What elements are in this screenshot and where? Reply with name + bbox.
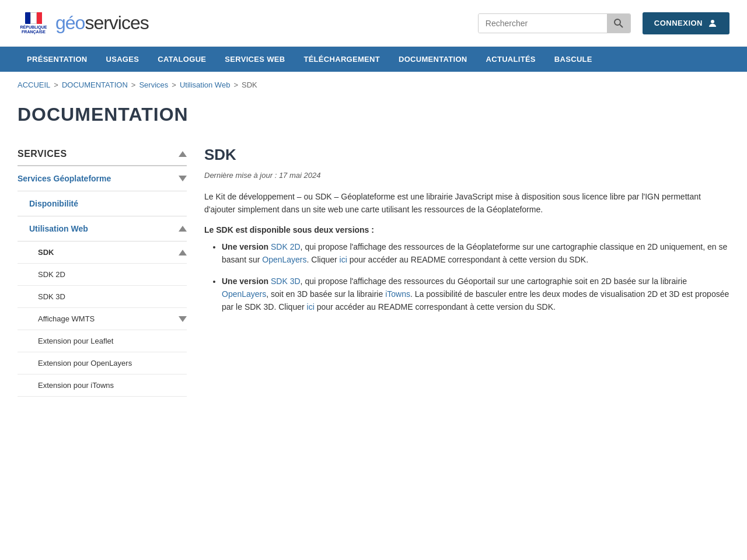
sidebar-item-wmts-label: Affichage WMTS (38, 314, 95, 323)
version-sdk3d: Une version SDK 3D, qui propose l'affich… (222, 275, 729, 314)
sdk2d-link[interactable]: SDK 2D (271, 242, 301, 251)
breadcrumb: ACCUEIL > DOCUMENTATION > Services > Uti… (0, 72, 747, 98)
sidebar-section-header[interactable]: SERVICES (18, 143, 187, 166)
ici-link-2[interactable]: ici (307, 302, 315, 312)
header: RÉPUBLIQUE FRANÇAISE géoservices CONNEXI… (0, 0, 747, 47)
republique-francaise-logo: RÉPUBLIQUE FRANÇAISE (18, 7, 50, 39)
svg-point-2 (711, 20, 714, 23)
chevron-down-icon-2 (179, 316, 187, 322)
breadcrumb-current: SDK (242, 80, 257, 89)
connexion-label: CONNEXION (654, 19, 703, 27)
breadcrumb-sep-4: > (233, 80, 238, 89)
logo-services-text: services (85, 12, 148, 33)
nav-presentation[interactable]: PRÉSENTATION (18, 47, 97, 72)
sidebar-item-utilisation-web-label: Utilisation Web (29, 224, 88, 233)
sidebar-item-disponibilite-label: Disponibilité (29, 199, 78, 208)
svg-line-1 (620, 24, 623, 27)
last-update: Dernière mise à jour : 17 mai 2024 (204, 171, 729, 180)
breadcrumb-utilisation-web[interactable]: Utilisation Web (180, 80, 230, 89)
nav-documentation[interactable]: DOCUMENTATION (389, 47, 477, 72)
sidebar-section-title: SERVICES (18, 149, 67, 159)
content-section: SDK Dernière mise à jour : 17 mai 2024 L… (204, 143, 729, 397)
nav-bascule[interactable]: BASCULE (545, 47, 602, 72)
sidebar-item-sdk2d-label: SDK 2D (38, 270, 65, 279)
sdk3d-link[interactable]: SDK 3D (271, 276, 301, 286)
sidebar-item-sdk3d-label: SDK 3D (38, 292, 65, 301)
sidebar-item-geoplateforme[interactable]: Services Géoplateforme (18, 166, 187, 191)
versions-list: Une version SDK 2D, qui propose l'affich… (204, 240, 729, 314)
breadcrumb-accueil[interactable]: ACCUEIL (18, 80, 50, 89)
content-title: SDK (204, 146, 729, 164)
search-box (478, 13, 631, 33)
chevron-up-icon-3 (179, 250, 187, 256)
nav-telechargement[interactable]: TÉLÉCHARGEMENT (294, 47, 389, 72)
search-area: CONNEXION (478, 12, 729, 34)
search-button[interactable] (607, 14, 630, 33)
breadcrumb-sep-1: > (54, 80, 58, 89)
sdk2d-prefix: Une version (222, 242, 271, 251)
main-nav: PRÉSENTATION USAGES CATALOGUE SERVICES W… (0, 47, 747, 72)
version-sdk2d: Une version SDK 2D, qui propose l'affich… (222, 240, 729, 267)
search-input[interactable] (479, 14, 607, 33)
sidebar-item-sdk2d[interactable]: SDK 2D (18, 264, 187, 286)
openlayers-link-2[interactable]: OpenLayers (222, 289, 266, 299)
main-content: SERVICES Services Géoplateforme Disponib… (0, 143, 747, 420)
sidebar-item-itowns-ext[interactable]: Extension pour iTowns (18, 374, 187, 397)
versions-intro: Le SDK est disponible sous deux versions… (204, 225, 729, 235)
page-title: DOCUMENTATION (18, 104, 729, 125)
itowns-link[interactable]: iTowns (385, 289, 410, 299)
connexion-button[interactable]: CONNEXION (643, 12, 729, 34)
sidebar-item-utilisation-web[interactable]: Utilisation Web (18, 216, 187, 242)
sdk3d-prefix: Une version (222, 276, 271, 286)
geoservices-logo: géoservices (55, 12, 149, 34)
sidebar-item-leaflet-label: Extension pour Leaflet (38, 337, 113, 345)
sidebar-item-sdk[interactable]: SDK (18, 242, 187, 264)
sidebar-item-geoplateforme-label: Services Géoplateforme (18, 174, 111, 183)
sidebar-item-openlayers-ext[interactable]: Extension pour OpenLayers (18, 352, 187, 374)
openlayers-link-1[interactable]: OpenLayers (262, 255, 306, 264)
chevron-down-icon (179, 176, 187, 181)
breadcrumb-documentation[interactable]: DOCUMENTATION (62, 80, 128, 89)
logo-area: RÉPUBLIQUE FRANÇAISE géoservices (18, 7, 149, 39)
sidebar-item-openlayers-ext-label: Extension pour OpenLayers (38, 359, 132, 368)
logo-geo-text: géo (55, 12, 85, 33)
sidebar: SERVICES Services Géoplateforme Disponib… (18, 143, 187, 397)
page-title-section: DOCUMENTATION (0, 98, 747, 143)
ici-link-1[interactable]: ici (340, 255, 347, 264)
logo-rf-line2: FRANÇAISE (22, 30, 46, 34)
sidebar-item-wmts[interactable]: Affichage WMTS (18, 308, 187, 330)
nav-services-web[interactable]: SERVICES WEB (215, 47, 294, 72)
nav-catalogue[interactable]: CATALOGUE (148, 47, 215, 72)
sidebar-item-sdk3d[interactable]: SDK 3D (18, 286, 187, 308)
svg-point-0 (615, 19, 620, 25)
logo-rf-line1: RÉPUBLIQUE (20, 25, 47, 29)
nav-actualites[interactable]: ACTUALITÉS (477, 47, 545, 72)
sidebar-item-disponibilite[interactable]: Disponibilité (18, 191, 187, 216)
intro-text: Le Kit de développement – ou SDK – Géopl… (204, 190, 729, 216)
sidebar-item-itowns-ext-label: Extension pour iTowns (38, 381, 114, 390)
user-icon (707, 18, 718, 29)
search-icon (614, 19, 623, 28)
breadcrumb-sep-3: > (172, 80, 176, 89)
chevron-up-icon (179, 151, 187, 157)
sidebar-items: Services Géoplateforme Disponibilité Uti… (18, 166, 187, 397)
breadcrumb-services[interactable]: Services (139, 80, 168, 89)
sidebar-item-leaflet[interactable]: Extension pour Leaflet (18, 330, 187, 352)
chevron-up-icon-2 (179, 226, 187, 232)
nav-usages[interactable]: USAGES (97, 47, 149, 72)
sidebar-item-sdk-label: SDK (38, 248, 54, 257)
breadcrumb-sep-2: > (131, 80, 136, 89)
